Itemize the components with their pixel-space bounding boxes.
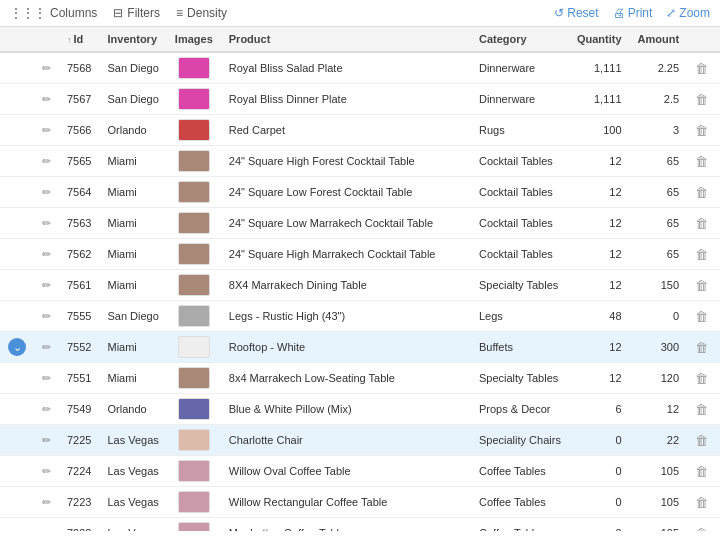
cell-edit[interactable]: ✏	[34, 456, 59, 487]
delete-icon[interactable]: 🗑	[695, 495, 708, 510]
cell-more[interactable]: ⋮	[716, 518, 720, 532]
cell-edit[interactable]: ✏	[34, 363, 59, 394]
cell-delete[interactable]: 🗑	[687, 363, 716, 394]
cell-delete[interactable]: 🗑	[687, 208, 716, 239]
filters-button[interactable]: ⊟ Filters	[113, 6, 160, 20]
delete-icon[interactable]: 🗑	[695, 402, 708, 417]
cell-edit[interactable]: ✏	[34, 332, 59, 363]
cell-edit[interactable]: ✏	[34, 487, 59, 518]
delete-icon[interactable]: 🗑	[695, 371, 708, 386]
cell-delete[interactable]: 🗑	[687, 332, 716, 363]
edit-icon[interactable]: ✏	[42, 434, 51, 446]
edit-icon[interactable]: ✏	[42, 372, 51, 384]
expand-icon[interactable]: ⌄	[8, 338, 26, 356]
cell-more[interactable]: ⋮	[716, 425, 720, 456]
th-category[interactable]: Category	[471, 27, 569, 52]
th-product[interactable]: Product	[221, 27, 471, 52]
cell-delete[interactable]: 🗑	[687, 270, 716, 301]
cell-more[interactable]: ⋮	[716, 394, 720, 425]
zoom-button[interactable]: ⤢ Zoom	[666, 6, 710, 20]
cell-delete[interactable]: 🗑	[687, 394, 716, 425]
th-id[interactable]: ↑Id	[59, 27, 99, 52]
cell-more[interactable]: ⋮	[716, 456, 720, 487]
cell-delete[interactable]: 🗑	[687, 301, 716, 332]
cell-expand[interactable]: ⌄	[0, 332, 34, 363]
delete-icon[interactable]: 🗑	[695, 154, 708, 169]
cell-delete[interactable]: 🗑	[687, 487, 716, 518]
cell-delete[interactable]: 🗑	[687, 115, 716, 146]
cell-edit[interactable]: ✏	[34, 239, 59, 270]
delete-icon[interactable]: 🗑	[695, 464, 708, 479]
delete-icon[interactable]: 🗑	[695, 433, 708, 448]
cell-more[interactable]: ⋮	[716, 84, 720, 115]
delete-icon[interactable]: 🗑	[695, 123, 708, 138]
cell-delete[interactable]: 🗑	[687, 146, 716, 177]
cell-more[interactable]: ⋮	[716, 177, 720, 208]
cell-delete[interactable]: 🗑	[687, 425, 716, 456]
edit-icon[interactable]: ✏	[42, 341, 51, 353]
th-amount[interactable]: Amount	[630, 27, 688, 52]
cell-edit[interactable]: ✏	[34, 146, 59, 177]
cell-edit[interactable]: ✏	[34, 177, 59, 208]
reset-button[interactable]: ↺ Reset	[554, 6, 598, 20]
edit-icon[interactable]: ✏	[42, 403, 51, 415]
cell-more[interactable]: ⋮	[716, 146, 720, 177]
edit-icon[interactable]: ✏	[42, 124, 51, 136]
delete-icon[interactable]: 🗑	[695, 526, 708, 532]
columns-button[interactable]: ⋮⋮⋮ Columns	[10, 6, 97, 20]
cell-more[interactable]: ⋮	[716, 363, 720, 394]
edit-icon[interactable]: ✏	[42, 93, 51, 105]
cell-delete[interactable]: 🗑	[687, 456, 716, 487]
edit-icon[interactable]: ✏	[42, 465, 51, 477]
cell-edit[interactable]: ✏	[34, 394, 59, 425]
cell-more[interactable]: ⋮	[716, 270, 720, 301]
zoom-label: Zoom	[679, 6, 710, 20]
edit-icon[interactable]: ✏	[42, 527, 51, 532]
cell-edit[interactable]: ✏	[34, 301, 59, 332]
density-button[interactable]: ≡ Density	[176, 6, 227, 20]
cell-edit[interactable]: ✏	[34, 52, 59, 84]
cell-edit[interactable]: ✏	[34, 84, 59, 115]
cell-delete[interactable]: 🗑	[687, 239, 716, 270]
cell-more[interactable]: ⋮	[716, 52, 720, 84]
edit-icon[interactable]: ✏	[42, 186, 51, 198]
delete-icon[interactable]: 🗑	[695, 92, 708, 107]
print-button[interactable]: 🖨 Print	[613, 6, 653, 20]
cell-delete[interactable]: 🗑	[687, 52, 716, 84]
edit-icon[interactable]: ✏	[42, 217, 51, 229]
th-images[interactable]: Images	[167, 27, 221, 52]
edit-icon[interactable]: ✏	[42, 496, 51, 508]
delete-icon[interactable]: 🗑	[695, 61, 708, 76]
cell-edit[interactable]: ✏	[34, 425, 59, 456]
delete-icon[interactable]: 🗑	[695, 278, 708, 293]
th-quantity[interactable]: Quantity	[569, 27, 630, 52]
cell-more[interactable]: ⋮	[716, 487, 720, 518]
th-more	[716, 27, 720, 52]
delete-icon[interactable]: 🗑	[695, 340, 708, 355]
cell-more[interactable]: ⋮	[716, 301, 720, 332]
cell-delete[interactable]: 🗑	[687, 177, 716, 208]
edit-icon[interactable]: ✏	[42, 248, 51, 260]
cell-edit[interactable]: ✏	[34, 115, 59, 146]
delete-icon[interactable]: 🗑	[695, 216, 708, 231]
cell-more[interactable]: ⋮	[716, 332, 720, 363]
delete-icon[interactable]: 🗑	[695, 185, 708, 200]
edit-icon[interactable]: ✏	[42, 155, 51, 167]
cell-edit[interactable]: ✏	[34, 518, 59, 532]
cell-amount: 105	[630, 487, 688, 518]
cell-more[interactable]: ⋮	[716, 115, 720, 146]
cell-amount: 150	[630, 270, 688, 301]
delete-icon[interactable]: 🗑	[695, 309, 708, 324]
edit-icon[interactable]: ✏	[42, 62, 51, 74]
edit-icon[interactable]: ✏	[42, 279, 51, 291]
th-inventory[interactable]: Inventory	[99, 27, 166, 52]
edit-icon[interactable]: ✏	[42, 310, 51, 322]
delete-icon[interactable]: 🗑	[695, 247, 708, 262]
cell-category: Buffets	[471, 332, 569, 363]
cell-edit[interactable]: ✏	[34, 270, 59, 301]
cell-more[interactable]: ⋮	[716, 239, 720, 270]
cell-delete[interactable]: 🗑	[687, 84, 716, 115]
cell-delete[interactable]: 🗑	[687, 518, 716, 532]
cell-more[interactable]: ⋮	[716, 208, 720, 239]
cell-edit[interactable]: ✏	[34, 208, 59, 239]
